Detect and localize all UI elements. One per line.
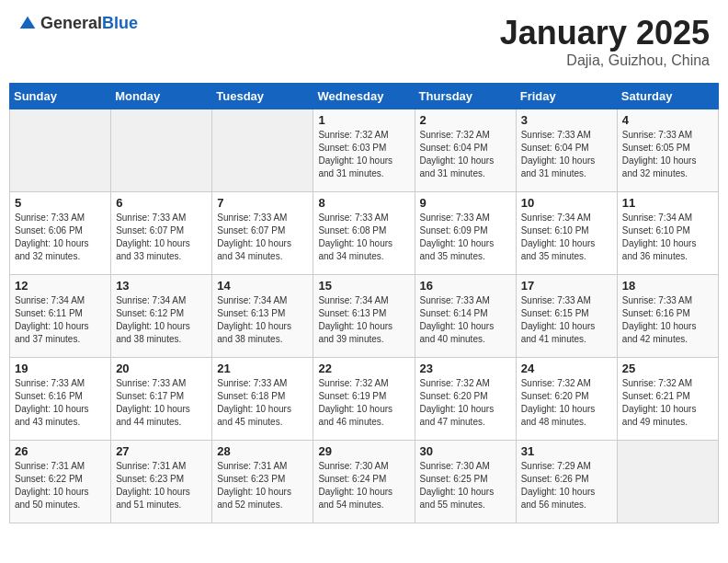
calendar-cell: 17Sunrise: 7:33 AMSunset: 6:15 PMDayligh… xyxy=(516,275,617,358)
day-number: 25 xyxy=(622,362,713,375)
calendar-cell: 10Sunrise: 7:34 AMSunset: 6:10 PMDayligh… xyxy=(516,192,617,275)
weekday-header-sunday: Sunday xyxy=(10,84,111,109)
weekday-header-tuesday: Tuesday xyxy=(212,84,313,109)
day-info: Sunrise: 7:30 AMSunset: 6:25 PMDaylight:… xyxy=(420,460,511,511)
calendar-cell: 16Sunrise: 7:33 AMSunset: 6:14 PMDayligh… xyxy=(415,275,516,358)
calendar-table: SundayMondayTuesdayWednesdayThursdayFrid… xyxy=(9,83,719,523)
weekday-header-monday: Monday xyxy=(111,84,212,109)
day-number: 12 xyxy=(15,279,106,293)
logo-text-blue: Blue xyxy=(102,14,138,32)
calendar-cell: 30Sunrise: 7:30 AMSunset: 6:25 PMDayligh… xyxy=(415,441,516,523)
calendar-cell: 21Sunrise: 7:33 AMSunset: 6:18 PMDayligh… xyxy=(212,358,313,441)
calendar-cell xyxy=(10,109,111,192)
day-info: Sunrise: 7:33 AMSunset: 6:05 PMDaylight:… xyxy=(622,129,713,180)
calendar-cell: 1Sunrise: 7:32 AMSunset: 6:03 PMDaylight… xyxy=(313,109,415,192)
day-info: Sunrise: 7:34 AMSunset: 6:13 PMDaylight:… xyxy=(217,294,308,346)
day-info: Sunrise: 7:31 AMSunset: 6:23 PMDaylight:… xyxy=(217,460,308,511)
day-number: 7 xyxy=(217,196,308,210)
calendar-cell: 23Sunrise: 7:32 AMSunset: 6:20 PMDayligh… xyxy=(415,358,516,441)
title-block: January 2025 Dajia, Guizhou, China xyxy=(500,14,710,69)
day-info: Sunrise: 7:29 AMSunset: 6:26 PMDaylight:… xyxy=(521,460,612,511)
page-header: GeneralBlue January 2025 Dajia, Guizhou,… xyxy=(9,9,719,74)
calendar-cell: 8Sunrise: 7:33 AMSunset: 6:08 PMDaylight… xyxy=(313,192,415,275)
day-info: Sunrise: 7:33 AMSunset: 6:15 PMDaylight:… xyxy=(521,294,612,346)
day-number: 4 xyxy=(622,113,713,127)
day-number: 3 xyxy=(521,113,612,127)
calendar-cell: 2Sunrise: 7:32 AMSunset: 6:04 PMDaylight… xyxy=(415,109,516,192)
day-number: 19 xyxy=(15,362,106,375)
day-number: 21 xyxy=(217,362,308,375)
day-number: 26 xyxy=(15,444,106,458)
day-info: Sunrise: 7:33 AMSunset: 6:04 PMDaylight:… xyxy=(521,129,612,180)
calendar-cell xyxy=(617,441,718,523)
day-number: 8 xyxy=(318,196,409,210)
calendar-cell: 28Sunrise: 7:31 AMSunset: 6:23 PMDayligh… xyxy=(212,441,313,523)
weekday-header-saturday: Saturday xyxy=(617,84,718,109)
day-info: Sunrise: 7:32 AMSunset: 6:19 PMDaylight:… xyxy=(318,377,409,429)
day-info: Sunrise: 7:32 AMSunset: 6:21 PMDaylight:… xyxy=(622,377,713,429)
calendar-cell: 9Sunrise: 7:33 AMSunset: 6:09 PMDaylight… xyxy=(415,192,516,275)
calendar-cell: 3Sunrise: 7:33 AMSunset: 6:04 PMDaylight… xyxy=(516,109,617,192)
day-info: Sunrise: 7:34 AMSunset: 6:10 PMDaylight:… xyxy=(622,212,713,263)
day-info: Sunrise: 7:33 AMSunset: 6:07 PMDaylight:… xyxy=(217,212,308,263)
calendar-week-row: 12Sunrise: 7:34 AMSunset: 6:11 PMDayligh… xyxy=(10,275,719,358)
svg-marker-0 xyxy=(20,16,36,28)
day-number: 6 xyxy=(116,196,207,210)
day-info: Sunrise: 7:31 AMSunset: 6:23 PMDaylight:… xyxy=(116,460,207,511)
weekday-header-wednesday: Wednesday xyxy=(313,84,415,109)
calendar-cell: 12Sunrise: 7:34 AMSunset: 6:11 PMDayligh… xyxy=(10,275,111,358)
calendar-cell: 11Sunrise: 7:34 AMSunset: 6:10 PMDayligh… xyxy=(617,192,718,275)
day-number: 16 xyxy=(420,279,511,293)
calendar-cell: 5Sunrise: 7:33 AMSunset: 6:06 PMDaylight… xyxy=(10,192,111,275)
day-number: 31 xyxy=(521,444,612,458)
day-number: 5 xyxy=(15,196,106,210)
calendar-cell: 25Sunrise: 7:32 AMSunset: 6:21 PMDayligh… xyxy=(617,358,718,441)
weekday-header-row: SundayMondayTuesdayWednesdayThursdayFrid… xyxy=(10,84,719,109)
calendar-cell: 15Sunrise: 7:34 AMSunset: 6:13 PMDayligh… xyxy=(313,275,415,358)
day-number: 22 xyxy=(318,362,409,375)
day-number: 28 xyxy=(217,444,308,458)
location-subtitle: Dajia, Guizhou, China xyxy=(500,52,710,69)
day-info: Sunrise: 7:33 AMSunset: 6:18 PMDaylight:… xyxy=(217,377,308,429)
day-number: 9 xyxy=(420,196,511,210)
day-info: Sunrise: 7:32 AMSunset: 6:20 PMDaylight:… xyxy=(420,377,511,429)
day-info: Sunrise: 7:31 AMSunset: 6:22 PMDaylight:… xyxy=(15,460,106,511)
calendar-cell xyxy=(212,109,313,192)
day-info: Sunrise: 7:32 AMSunset: 6:04 PMDaylight:… xyxy=(420,129,511,180)
calendar-cell: 31Sunrise: 7:29 AMSunset: 6:26 PMDayligh… xyxy=(516,441,617,523)
day-info: Sunrise: 7:33 AMSunset: 6:16 PMDaylight:… xyxy=(622,294,713,346)
calendar-cell: 19Sunrise: 7:33 AMSunset: 6:16 PMDayligh… xyxy=(10,358,111,441)
day-info: Sunrise: 7:33 AMSunset: 6:14 PMDaylight:… xyxy=(420,294,511,346)
logo-icon xyxy=(18,15,37,33)
day-info: Sunrise: 7:33 AMSunset: 6:09 PMDaylight:… xyxy=(420,212,511,263)
calendar-week-row: 26Sunrise: 7:31 AMSunset: 6:22 PMDayligh… xyxy=(10,441,719,523)
day-number: 2 xyxy=(420,113,511,127)
calendar-week-row: 19Sunrise: 7:33 AMSunset: 6:16 PMDayligh… xyxy=(10,358,719,441)
calendar-cell: 29Sunrise: 7:30 AMSunset: 6:24 PMDayligh… xyxy=(313,441,415,523)
day-info: Sunrise: 7:34 AMSunset: 6:12 PMDaylight:… xyxy=(116,294,207,346)
calendar-cell: 14Sunrise: 7:34 AMSunset: 6:13 PMDayligh… xyxy=(212,275,313,358)
day-info: Sunrise: 7:33 AMSunset: 6:16 PMDaylight:… xyxy=(15,377,106,429)
day-info: Sunrise: 7:33 AMSunset: 6:06 PMDaylight:… xyxy=(15,212,106,263)
day-number: 18 xyxy=(622,279,713,293)
logo: GeneralBlue xyxy=(18,14,138,33)
day-number: 10 xyxy=(521,196,612,210)
day-number: 13 xyxy=(116,279,207,293)
calendar-cell: 4Sunrise: 7:33 AMSunset: 6:05 PMDaylight… xyxy=(617,109,718,192)
day-number: 11 xyxy=(622,196,713,210)
logo-text-general: General xyxy=(40,14,102,32)
calendar-week-row: 5Sunrise: 7:33 AMSunset: 6:06 PMDaylight… xyxy=(10,192,719,275)
day-number: 24 xyxy=(521,362,612,375)
calendar-cell: 13Sunrise: 7:34 AMSunset: 6:12 PMDayligh… xyxy=(111,275,212,358)
calendar-cell: 27Sunrise: 7:31 AMSunset: 6:23 PMDayligh… xyxy=(111,441,212,523)
day-number: 20 xyxy=(116,362,207,375)
calendar-cell: 26Sunrise: 7:31 AMSunset: 6:22 PMDayligh… xyxy=(10,441,111,523)
day-info: Sunrise: 7:34 AMSunset: 6:10 PMDaylight:… xyxy=(521,212,612,263)
day-info: Sunrise: 7:32 AMSunset: 6:20 PMDaylight:… xyxy=(521,377,612,429)
calendar-cell: 6Sunrise: 7:33 AMSunset: 6:07 PMDaylight… xyxy=(111,192,212,275)
day-info: Sunrise: 7:34 AMSunset: 6:11 PMDaylight:… xyxy=(15,294,106,346)
day-number: 30 xyxy=(420,444,511,458)
day-info: Sunrise: 7:32 AMSunset: 6:03 PMDaylight:… xyxy=(318,129,409,180)
calendar-week-row: 1Sunrise: 7:32 AMSunset: 6:03 PMDaylight… xyxy=(10,109,719,192)
day-info: Sunrise: 7:33 AMSunset: 6:08 PMDaylight:… xyxy=(318,212,409,263)
